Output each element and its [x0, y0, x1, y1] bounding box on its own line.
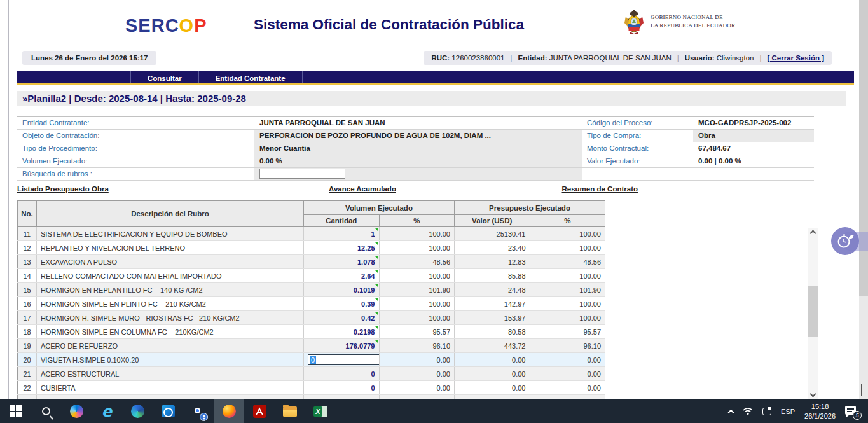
cantidad-cell[interactable]: 0	[304, 381, 380, 395]
entidad-value: JUNTA PARROQUIAL DE SAN JUAN	[549, 54, 672, 62]
separator: |	[760, 54, 762, 62]
taskbar-button-acrobat[interactable]	[244, 399, 275, 423]
cantidad-cell[interactable]: 176.0779	[304, 339, 380, 353]
info-value-left: Menor Cuantía	[254, 142, 582, 155]
valor-usd-cell: 142.97	[455, 297, 530, 311]
winged-stopwatch-icon[interactable]	[831, 227, 859, 255]
vol-pct-cell: 100.00	[379, 227, 455, 241]
taskbar-button-file-explorer[interactable]	[275, 399, 305, 423]
taskbar-button-excel[interactable]: X	[305, 399, 336, 423]
vol-pct-cell: 0.00	[379, 353, 455, 367]
cantidad-input[interactable]: 0	[308, 354, 379, 365]
valor-usd-cell: 153.97	[455, 311, 530, 325]
taskbar-button-windows-start[interactable]	[0, 399, 31, 423]
cantidad-cell[interactable]: 0	[304, 395, 380, 400]
clock-date: 26/1/2026	[804, 412, 836, 421]
taskbar-button-edge[interactable]	[122, 399, 153, 423]
page-right-border	[853, 0, 853, 399]
cantidad-cell[interactable]: 2.64	[304, 269, 380, 283]
cantidad-cell[interactable]: 0.42	[304, 311, 380, 325]
taskbar-button-search[interactable]	[31, 399, 61, 423]
taskbar-button-internet-explorer[interactable]: e	[92, 399, 122, 423]
sercop-logo-p: P	[194, 15, 207, 36]
valor-usd-cell: 25130.41	[455, 227, 530, 241]
wifi-icon[interactable]	[743, 407, 753, 415]
cantidad-cell[interactable]: 0.2198	[304, 325, 380, 339]
logout-link[interactable]: [ Cerrar Sesión ]	[768, 54, 824, 62]
cantidad-cell[interactable]: 0	[304, 367, 380, 381]
excel-icon: X	[313, 405, 327, 418]
usuario-label: Usuario:	[685, 54, 715, 62]
search-rubros-input[interactable]	[259, 169, 345, 179]
cantidad-cell[interactable]: 12.25	[304, 241, 380, 255]
rubro-desc: HORMIGON SIMPLE EN PLINTO FC = 210 KG/CM…	[37, 297, 304, 311]
cantidad-cell[interactable]: 1.078	[304, 255, 380, 269]
chrome-icon	[191, 404, 206, 419]
note-marker-icon	[375, 298, 378, 302]
section-links: Listado Presupuesto ObraAvance Acumulado…	[17, 185, 638, 193]
table-row: 23MAMPOSTERIA DE BLOQUE VISTO 9CM00.000.…	[18, 395, 605, 400]
taskbar-button-outlook[interactable]	[153, 399, 183, 423]
pres-pct-cell: 100.00	[530, 269, 605, 283]
internet-explorer-icon: e	[102, 405, 112, 418]
selected-text: 0	[310, 356, 316, 364]
page-scrollbar[interactable]	[859, 0, 868, 399]
cantidad-cell[interactable]: 0.1019	[304, 283, 380, 297]
vol-pct-cell: 0.00	[379, 381, 455, 395]
chevron-up-icon	[810, 230, 816, 237]
timer-extension-widget[interactable]	[831, 227, 868, 255]
cantidad-cell[interactable]: 0.39	[304, 297, 380, 311]
search-rubros-label: Búsqueda de rubros :	[17, 168, 254, 181]
rubro-desc: ACERO DE REFUERZO	[37, 339, 304, 353]
taskbar-icons: eX	[0, 399, 336, 423]
pres-pct-cell: 100.00	[530, 227, 605, 241]
note-marker-icon	[375, 228, 378, 232]
taskbar-button-copilot[interactable]	[61, 399, 92, 423]
col-header-no: No.	[18, 201, 37, 227]
notification-center-button[interactable]: 5	[845, 405, 860, 419]
clock-time: 15:18	[804, 402, 836, 412]
valor-usd-cell: 443.72	[455, 339, 530, 353]
link-resumen-de-contrato[interactable]: Resumen de Contrato	[562, 185, 638, 193]
table-scroll-up-button[interactable]	[808, 228, 818, 239]
table-row: 11SISTEMA DE ELECTRIFICACION Y EQUIPO DE…	[18, 227, 605, 241]
table-scroll-down-button[interactable]	[808, 389, 818, 399]
tray-expand-button[interactable]	[729, 408, 733, 415]
pres-pct-cell: 0.00	[530, 395, 605, 400]
taskbar-button-chrome[interactable]	[183, 399, 214, 423]
rubros-table-wrap: No. Descripción del Rubro Volumen Ejecut…	[17, 200, 607, 399]
info-value-right: 0.00 | 0.00 %	[693, 155, 814, 168]
rubro-no: 16	[18, 297, 37, 311]
separator: |	[511, 54, 513, 62]
nav-item-entidad-contratante[interactable]: Entidad Contratante	[198, 71, 303, 83]
language-indicator[interactable]: ESP	[781, 408, 795, 415]
valor-usd-cell: 0.00	[455, 395, 530, 400]
table-scrollbar-thumb[interactable]	[808, 286, 818, 337]
cantidad-cell[interactable]: 1	[304, 227, 380, 241]
link-listado-presupuesto-obra[interactable]: Listado Presupuesto Obra	[17, 185, 109, 193]
taskbar-button-firefox[interactable]	[214, 399, 244, 423]
rubro-desc: MAMPOSTERIA DE BLOQUE VISTO 9CM	[37, 395, 304, 400]
pres-pct-cell: 48.56	[530, 255, 605, 269]
rubros-table: No. Descripción del Rubro Volumen Ejecut…	[17, 200, 605, 399]
link-avance-acumulado[interactable]: Avance Acumulado	[329, 185, 396, 193]
vol-pct-cell: 96.10	[379, 339, 455, 353]
touch-keyboard-icon[interactable]	[762, 408, 771, 415]
clock[interactable]: 15:18 26/1/2026	[804, 402, 836, 421]
pres-pct-cell: 100.00	[530, 241, 605, 255]
cantidad-cell[interactable]: 0	[304, 353, 380, 367]
rubro-desc: HORMIGON SIMPLE EN COLUMNA FC = 210KG/CM…	[37, 325, 304, 339]
nav-item-consultar[interactable]: Consultar	[130, 71, 198, 83]
rubro-desc: HORMIGON EN REPLANTILLO FC = 140 KG /CM2	[37, 283, 304, 297]
page-left-border	[8, 0, 9, 399]
table-scrollbar[interactable]	[808, 228, 818, 399]
page-title: Sistema Oficial de Contratación Pública	[254, 17, 524, 33]
col-header-pres-pct: %	[530, 215, 605, 227]
info-value-right: Obra	[693, 130, 814, 142]
rubro-desc: CUBIERTA	[37, 381, 304, 395]
page-scroll-down-button[interactable]	[861, 385, 862, 397]
rubro-no: 11	[18, 227, 37, 241]
rubro-no: 21	[18, 367, 37, 381]
sercop-logo: SERCOP	[125, 15, 207, 36]
gov-logo: GOBIERNO NACIONAL DE LA REPUBLICA DEL EC…	[622, 8, 735, 36]
